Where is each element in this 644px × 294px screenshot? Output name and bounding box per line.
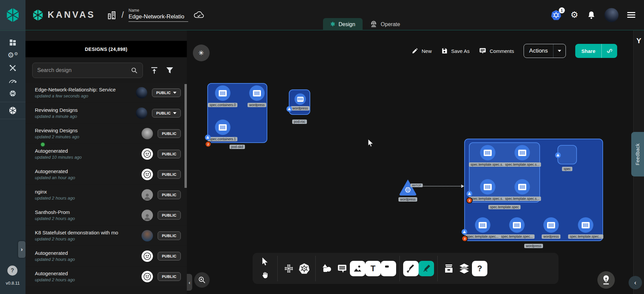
pod-error-badge[interactable]: 2 (205, 141, 211, 147)
tab-shape-tool[interactable] (381, 261, 396, 276)
actions-caret[interactable] (553, 44, 566, 58)
visibility-badge[interactable]: PUBLIC (158, 150, 181, 158)
template-info-badge[interactable] (467, 191, 472, 197)
deployment-info-badge[interactable] (462, 229, 467, 235)
zoom-in-button[interactable] (194, 272, 210, 288)
actions-split-button[interactable]: Actions (524, 44, 566, 58)
design-row[interactable]: Edge-Network-Relationship: Serviceupdate… (25, 83, 187, 102)
rail-expand-chevron[interactable]: › (18, 241, 25, 258)
user-avatar[interactable] (604, 8, 619, 22)
rail-mesh-icon[interactable] (0, 87, 25, 100)
tab-operate[interactable]: Operate (363, 18, 408, 30)
rail-lifecycle-gears-icon[interactable]: ⚙⚙ (0, 49, 25, 62)
spec-info-badge[interactable] (555, 152, 561, 158)
comments-button[interactable]: Comments (479, 48, 514, 54)
organization-icon[interactable] (107, 10, 117, 20)
node-container[interactable] (294, 93, 306, 105)
design-search-box[interactable] (32, 63, 143, 78)
node-pod-skd[interactable]: spec.containers.0 wordpress spec.contain… (207, 83, 267, 143)
new-button[interactable]: New (412, 48, 432, 54)
search-icon[interactable] (130, 67, 138, 74)
meshery-logo[interactable] (0, 0, 25, 30)
notifications-bell-icon[interactable] (587, 10, 596, 20)
visibility-badge[interactable]: PUBLIC (158, 231, 181, 240)
node-container[interactable] (480, 179, 495, 195)
design-row[interactable]: Santhosh-Promupdated 2 hours ago PUBLIC (25, 205, 187, 225)
pod-info-badge[interactable] (205, 135, 211, 140)
select-cursor-tool[interactable] (257, 255, 273, 268)
copy-link-icon[interactable] (601, 44, 617, 58)
node-pod-roc[interactable]: wordpress (289, 89, 310, 115)
design-row[interactable]: Reviewing Designsupdated a minute ago PU… (25, 103, 187, 123)
visibility-badge[interactable]: PUBLIC (158, 272, 181, 281)
panel-scrollbar[interactable] (184, 84, 187, 188)
node-spec-template-spec[interactable]: spec.template.spec.s... spec.template.sp… (469, 142, 540, 203)
layers-tool[interactable] (457, 261, 472, 276)
node-container[interactable] (509, 217, 525, 233)
node-container[interactable] (480, 145, 495, 160)
design-row[interactable]: Autogeneratedupdated 2 hours ago PUBLIC (25, 267, 187, 286)
design-row[interactable]: Autogeneratedupdated 2 hours ago PUBLIC (25, 246, 187, 266)
menu-hamburger-icon[interactable] (627, 12, 635, 18)
freehand-draw-tool[interactable] (419, 261, 434, 276)
node-service-wordpress[interactable] (398, 179, 417, 196)
components-circuit-tool[interactable] (281, 261, 297, 276)
drawer-tool[interactable] (441, 261, 457, 276)
visibility-badge[interactable]: PUBLIC (158, 191, 181, 199)
right-panel-expand-chevron[interactable]: ‹ (629, 276, 642, 289)
design-search-input[interactable] (37, 67, 130, 73)
rail-performance-gauge-icon[interactable] (0, 74, 25, 87)
node-spec[interactable] (557, 145, 577, 164)
node-container[interactable] (215, 85, 230, 101)
merge-branch-icon[interactable]: Y (635, 36, 643, 45)
image-tool[interactable] (350, 261, 365, 276)
node-container[interactable] (249, 85, 265, 101)
canvas-dock-button[interactable]: ✳ (193, 45, 210, 61)
edge-service-to-deployment[interactable] (418, 186, 462, 187)
node-deployment-wordpress[interactable]: spec.template.spec.s... spec.template.sp… (464, 139, 603, 241)
design-canvas[interactable]: ✳ New Save As Comments Actions Share (187, 30, 633, 294)
import-design-icon[interactable] (150, 66, 158, 74)
tab-design[interactable]: ✻ Design (323, 18, 363, 30)
node-container[interactable] (475, 217, 490, 233)
settings-gear-icon[interactable]: ⚙ (571, 10, 578, 20)
node-container[interactable] (543, 217, 559, 233)
design-row[interactable]: K8 Statefulset demonstration with moupda… (25, 226, 187, 245)
design-name-field[interactable]: Name Edge-Network-Relatio (128, 8, 188, 22)
help-button[interactable]: ? (7, 266, 17, 276)
visibility-badge[interactable]: PUBLIC (158, 211, 181, 220)
rail-dashboard-icon[interactable] (0, 36, 25, 49)
pod-info-badge[interactable] (286, 106, 292, 112)
design-row[interactable]: Autogeneratedupdated an hour ago PUBLIC (25, 164, 187, 184)
design-row[interactable]: Reviewing Designsupdated 2 minutes ago P… (25, 124, 187, 143)
visibility-badge[interactable]: PUBLIC (152, 109, 181, 118)
save-as-button[interactable]: Save As (441, 48, 470, 54)
node-container[interactable] (515, 179, 530, 195)
rail-configuration-tools-icon[interactable] (0, 62, 25, 74)
share-split-button[interactable]: Share (575, 44, 617, 58)
design-pen-nib-button[interactable] (597, 271, 615, 289)
design-name-value[interactable]: Edge-Network-Relatio (128, 13, 188, 22)
kubernetes-context-button[interactable]: 1 (550, 10, 562, 20)
node-container[interactable] (215, 120, 230, 135)
node-container[interactable] (515, 145, 530, 160)
visibility-badge[interactable]: PUBLIC (152, 88, 181, 97)
deployment-error-badge[interactable]: 3 (462, 235, 468, 242)
panel-collapse-chevron[interactable]: ‹ (187, 274, 192, 291)
text-tool[interactable]: T (365, 261, 381, 276)
shapes-tool[interactable] (319, 261, 334, 276)
toolbar-help-button[interactable]: ? (472, 261, 487, 276)
node-container[interactable] (578, 217, 593, 233)
visibility-badge[interactable]: PUBLIC (158, 252, 181, 261)
visibility-badge[interactable]: PUBLIC (158, 129, 181, 138)
filter-funnel-icon[interactable] (166, 67, 174, 74)
kubernetes-components-tool[interactable] (297, 261, 312, 276)
template-error-badge[interactable]: 3 (466, 197, 473, 204)
pen-tool[interactable] (403, 261, 419, 276)
design-row[interactable]: nginxupdated 2 hours ago PUBLIC (25, 185, 187, 205)
visibility-badge[interactable]: PUBLIC (158, 170, 181, 179)
feedback-tab[interactable]: Feedback (631, 132, 644, 176)
design-row[interactable]: Autogeneratedupdated 10 minutes ago PUBL… (25, 144, 187, 164)
comment-annotation-tool[interactable] (334, 261, 350, 276)
rail-kanvas-icon[interactable] (0, 104, 25, 117)
